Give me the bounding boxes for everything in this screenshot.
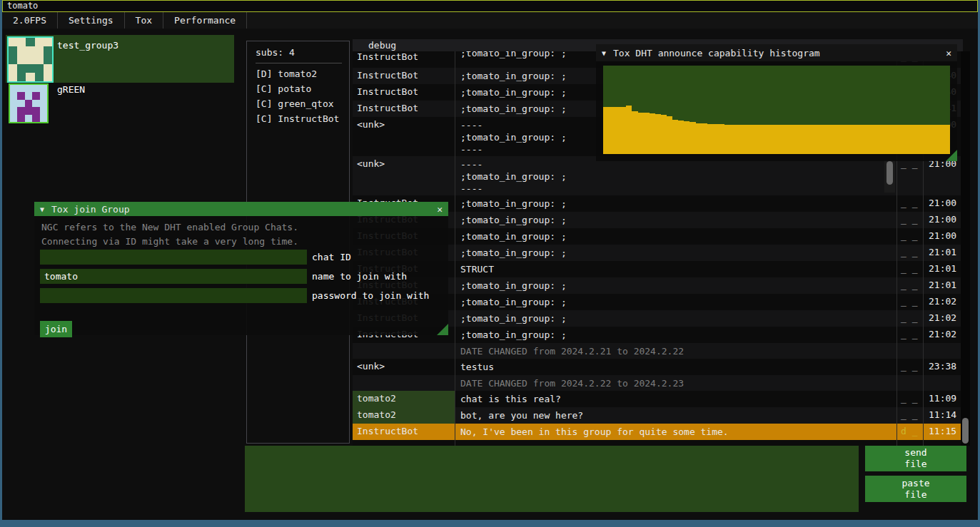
join-password-input[interactable] — [40, 288, 307, 303]
histogram-bar — [638, 113, 644, 154]
message-flags: _ _ — [896, 310, 923, 327]
paste-file-button[interactable]: paste file — [865, 476, 966, 502]
histogram-bar — [909, 125, 915, 154]
members-list: [D] tomato2[C] potato[C] green_qtox[C] I… — [247, 66, 349, 126]
sender-name: InstructBot — [353, 84, 455, 101]
message-flags: _ _ — [896, 261, 923, 277]
message-text: ;tomato_in_group: ; — [455, 195, 896, 212]
menu-item-tox[interactable]: Tox — [125, 12, 163, 29]
join-group-window: ▼ Tox join Group ✕ NGC refers to the New… — [34, 202, 448, 335]
collapse-arrow-icon[interactable]: ▼ — [602, 49, 606, 57]
menu-item-performance[interactable]: Performance — [163, 12, 247, 29]
members-count: subs: 4 — [256, 47, 349, 58]
member-item[interactable]: [C] InstructBot — [247, 111, 349, 126]
chat-row[interactable]: tomato2bot, are you new here?_ _11:14 — [353, 407, 961, 424]
menu-item-settings[interactable]: Settings — [58, 12, 125, 29]
histogram-bar — [788, 125, 794, 154]
histogram-bar — [892, 125, 898, 154]
message-text: ;tomato_in_group: ; — [455, 294, 896, 310]
histogram-bar — [730, 125, 736, 154]
join-password-label: password to join with — [312, 290, 429, 301]
message-text: bot, are you new here? — [455, 407, 896, 424]
histogram-bar — [678, 121, 684, 154]
histogram-bar — [655, 114, 661, 154]
window-scrollbar-thumb[interactable] — [962, 418, 969, 444]
menu-item-20fps: 2.0FPS — [2, 12, 58, 29]
histogram-bar — [938, 125, 944, 154]
message-timestamp — [923, 375, 961, 391]
dht-histogram-title: Tox DHT announce capability histogram — [613, 48, 820, 58]
histogram-bar — [753, 125, 759, 154]
sender-name: <unk> — [353, 359, 455, 375]
resize-grip[interactable] — [437, 324, 448, 335]
message-timestamp: 21:01 — [923, 245, 961, 261]
message-text: ;tomato_in_group: ; — [455, 327, 896, 343]
message-timestamp: 21:00 — [923, 228, 961, 245]
resize-grip[interactable] — [946, 150, 957, 161]
member-item[interactable]: [D] tomato2 — [247, 66, 349, 81]
histogram-bar — [615, 107, 620, 154]
sender-name: tomato2 — [353, 391, 455, 407]
histogram-bar — [672, 120, 678, 154]
message-flags: _ _ — [896, 359, 923, 375]
histogram-bar — [689, 122, 695, 154]
message-flags: _ _ — [896, 212, 923, 228]
join-name-input[interactable] — [40, 269, 307, 284]
histogram-bar — [626, 106, 632, 154]
chat-system-row[interactable]: DATE CHANGED from 2024.2.22 to 2024.2.23 — [353, 375, 961, 391]
close-icon[interactable]: ✕ — [946, 48, 951, 58]
histogram-bar — [898, 125, 904, 154]
message-input[interactable] — [245, 446, 859, 512]
message-timestamp: 23:38 — [923, 359, 961, 375]
histogram-bar — [823, 125, 829, 154]
chat-row[interactable]: <unk>----;tomato_in_group: ;----_ _21:00 — [353, 156, 961, 195]
histogram-bar — [863, 125, 869, 154]
histogram-bar — [932, 125, 938, 154]
collapse-arrow-icon[interactable]: ▼ — [40, 205, 44, 213]
chat-row[interactable]: InstructBotNo, I've been in this group f… — [353, 424, 961, 440]
message-flags: _ _ — [896, 294, 923, 310]
chat-scrollbar-thumb[interactable] — [886, 161, 893, 185]
histogram-bar — [684, 121, 689, 154]
message-timestamp: 21:02 — [923, 327, 961, 343]
message-flags — [896, 375, 923, 391]
histogram-bar — [817, 125, 822, 154]
message-flags: _ _ — [896, 327, 923, 343]
tab-debug[interactable]: debug — [368, 40, 396, 51]
histogram-bar — [603, 107, 609, 154]
histogram-bar — [805, 125, 811, 154]
chat-row[interactable]: tomato2chat is this real?_ _11:09 — [353, 391, 961, 407]
send-file-button[interactable]: send file — [865, 446, 966, 471]
histogram-bar — [707, 124, 713, 154]
message-timestamp: 21:00 — [923, 212, 961, 228]
join-name-label: name to join with — [312, 271, 407, 282]
group-item-green[interactable]: gREEN — [6, 83, 234, 121]
histogram-bar — [881, 125, 886, 154]
message-timestamp: 11:14 — [923, 407, 961, 424]
join-description-line2: Connecting via ID might take a very long… — [41, 236, 298, 247]
histogram-bar — [632, 111, 637, 154]
message-timestamp: 21:02 — [923, 310, 961, 327]
message-flags: _ _ — [896, 195, 923, 212]
histogram-bar — [869, 125, 874, 154]
message-flags: _ _ — [896, 277, 923, 294]
dht-histogram-body — [596, 61, 957, 161]
dht-histogram-window: ▼ Tox DHT announce capability histogram … — [596, 44, 957, 161]
member-item[interactable]: [C] potato — [247, 81, 349, 96]
message-text: ;tomato_in_group: ; — [455, 310, 896, 327]
sender-name: <unk> — [353, 156, 455, 195]
window-titlebar: tomato — [2, 0, 978, 12]
histogram-bar — [782, 125, 788, 154]
message-flags: _ _ — [896, 391, 923, 407]
member-item[interactable]: [C] green_qtox — [247, 96, 349, 111]
close-icon[interactable]: ✕ — [437, 204, 443, 215]
message-timestamp: 21:02 — [923, 294, 961, 310]
histogram-bar — [661, 115, 667, 154]
chat-row[interactable]: <unk>testus_ _23:38 — [353, 359, 961, 375]
group-item-test_group3[interactable]: test_group3 — [6, 35, 234, 83]
join-button[interactable]: join — [40, 321, 72, 337]
message-text: ;tomato_in_group: ; — [455, 245, 896, 261]
sender-name — [353, 375, 455, 391]
chat-id-input[interactable] — [40, 250, 307, 265]
chat-system-row[interactable]: DATE CHANGED from 2024.2.21 to 2024.2.22 — [353, 343, 961, 359]
